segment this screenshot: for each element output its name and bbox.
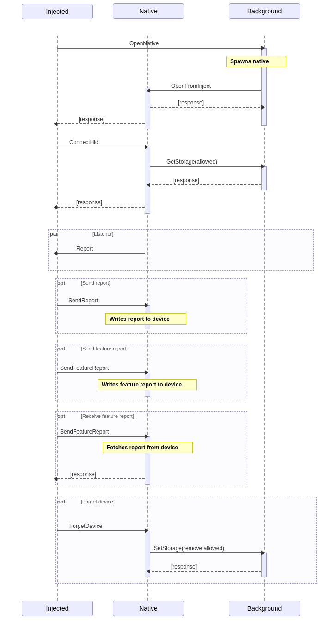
note-fetches-report: Fetches report from device xyxy=(103,442,193,453)
note-spawns-native: Spawns native xyxy=(226,56,286,67)
note-writes-report: Writes report to device xyxy=(105,313,186,325)
fragment-opt-forget xyxy=(55,497,317,584)
actor-native-top: Native xyxy=(113,3,184,19)
fragment-opt-forget-guard: [Forget device] xyxy=(81,499,115,504)
fragment-opt-send-report xyxy=(55,278,247,334)
fragment-opt-send-report-guard: [Send report] xyxy=(81,280,110,286)
label-open-from-inject: OpenFromInject xyxy=(171,83,211,89)
actor-native-bottom: Native xyxy=(113,601,184,616)
actor-background-top: Background xyxy=(229,3,300,19)
fragment-par xyxy=(48,229,314,271)
fragment-opt-send-report-label: opt xyxy=(57,280,65,286)
label-get-storage: GetStorage(allowed) xyxy=(166,159,217,165)
actor-injected-bottom: Injected xyxy=(22,601,93,616)
activation-native-1 xyxy=(145,88,150,129)
label-connect-hid: ConnectHid xyxy=(69,139,98,146)
actor-injected-top: Injected xyxy=(22,4,93,19)
activation-native-2 xyxy=(145,147,150,214)
fragment-opt-receive-feature-guard: [Receive feature report] xyxy=(81,413,134,419)
actor-background-bottom: Background xyxy=(229,601,300,616)
fragment-opt-receive-feature-label: opt xyxy=(57,413,65,419)
fragment-opt-send-feature-guard: [Send feature report] xyxy=(81,346,128,351)
label-response-4: [response] xyxy=(76,199,102,206)
fragment-opt-forget-label: opt xyxy=(57,499,65,504)
fragment-par-guard: [Listener] xyxy=(92,231,113,237)
label-response-2: [response] xyxy=(79,116,104,123)
activation-background-2 xyxy=(261,166,267,190)
fragment-opt-send-feature xyxy=(55,344,247,401)
label-open-native: OpenNative xyxy=(129,40,159,47)
fragment-par-label: par xyxy=(50,231,58,237)
fragment-opt-send-feature-label: opt xyxy=(57,346,65,351)
sequence-diagram: Injected Native Background Spawns native… xyxy=(0,0,325,644)
label-response-1: [response] xyxy=(178,99,204,106)
note-writes-feature-report: Writes feature report to device xyxy=(98,379,197,390)
label-response-3: [response] xyxy=(173,177,199,184)
